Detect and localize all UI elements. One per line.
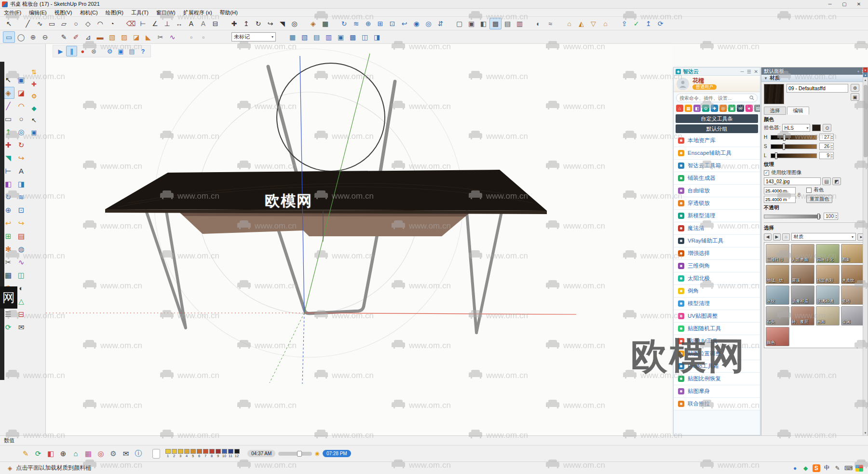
- z-tools-button[interactable]: ⚙: [702, 105, 709, 112]
- material-category[interactable]: 画布: [816, 306, 840, 325]
- texture-height-input[interactable]: [764, 196, 796, 203]
- plugin-item-19[interactable]: Fredo工具箱: [674, 360, 760, 373]
- updown-plugin-button[interactable]: ⇅: [29, 68, 39, 77]
- plugin-item-2[interactable]: Enscape辅助工具: [674, 147, 760, 160]
- front-view-button[interactable]: ⌂: [563, 18, 575, 29]
- material-category[interactable]: 玻璃和镜: [816, 285, 840, 305]
- render-help-button[interactable]: ?: [137, 46, 149, 56]
- refresh-tool-button[interactable]: ⟳: [2, 321, 14, 333]
- orbit-button[interactable]: ↻: [338, 18, 350, 29]
- material-category[interactable]: 石头: [766, 306, 789, 325]
- plugin-search-input[interactable]: [679, 95, 749, 101]
- component-e-button[interactable]: ▣: [335, 31, 347, 43]
- sync-button[interactable]: ⟳: [654, 18, 666, 29]
- section-tool-button[interactable]: ⊟: [15, 308, 27, 320]
- slider-value-box-S[interactable]: 26▴▾: [819, 143, 834, 150]
- menu-item-9[interactable]: 帮助(H): [216, 9, 242, 16]
- iso-view-button[interactable]: ◭: [575, 18, 587, 29]
- menu-item-8[interactable]: 扩展程序 (x): [179, 9, 216, 16]
- record-button[interactable]: ●: [77, 46, 88, 56]
- material-category[interactable]: 颜色: [766, 327, 789, 346]
- rotated-rectangle-button[interactable]: ▱: [58, 18, 70, 29]
- settings-tool-button[interactable]: ⚙: [2, 282, 14, 294]
- default-group-header[interactable]: 默认分组: [676, 124, 758, 133]
- tray-collapse-icon[interactable]: ▾: [863, 72, 868, 77]
- z-mail-button[interactable]: ✉: [737, 105, 744, 112]
- scene-swatch-10[interactable]: 10: [221, 449, 227, 458]
- minimize-button[interactable]: ─: [823, 0, 837, 8]
- mini-b-button[interactable]: ▫: [197, 31, 209, 43]
- tray-close-icon[interactable]: ✕: [863, 68, 868, 72]
- slider-L[interactable]: [771, 153, 817, 158]
- select-button[interactable]: ↖: [3, 18, 15, 29]
- target-picker-button[interactable]: ◎: [95, 448, 106, 459]
- pause-button[interactable]: ∥: [66, 46, 77, 56]
- shield-tray-icon[interactable]: ◆: [802, 464, 810, 472]
- xray-style-button[interactable]: ▥: [514, 18, 526, 29]
- rectangle-button[interactable]: ▭: [46, 18, 58, 29]
- use-texture-checkbox[interactable]: ✓: [764, 170, 769, 176]
- scene-swatch-6[interactable]: 6: [196, 449, 202, 458]
- move-tool-button[interactable]: ✚: [2, 139, 14, 151]
- material-category[interactable]: 图案: [841, 244, 865, 263]
- axes-button[interactable]: ⊥: [161, 18, 173, 29]
- circle-button[interactable]: ○: [70, 18, 82, 29]
- mail-tool-button[interactable]: ✉: [15, 321, 27, 333]
- model-viewport[interactable]: ▶∥●⊗⚙▣▤?: [46, 44, 673, 435]
- time-start-pill[interactable]: 04:37 AM: [247, 450, 275, 457]
- material-category[interactable]: 地毯、纺: [766, 265, 789, 284]
- menu-item-4[interactable]: 相机(C): [76, 9, 101, 16]
- component-d-button[interactable]: ▥: [323, 31, 335, 43]
- material-category[interactable]: 瓷砖: [841, 285, 865, 305]
- maximize-button[interactable]: ▢: [837, 0, 852, 8]
- magnet-tool-button[interactable]: ◍: [15, 243, 27, 255]
- z-plus-button[interactable]: ✚: [711, 105, 718, 112]
- z-layers-button[interactable]: ▤: [754, 105, 760, 112]
- materials-section-bar[interactable]: ▼ 材质: [761, 75, 868, 82]
- spinner-arrows-icon[interactable]: ▴▾: [830, 144, 833, 149]
- cursor-plugin-button[interactable]: ↖: [29, 116, 39, 125]
- zoom-tool-button[interactable]: ⊕: [2, 204, 14, 216]
- texture-file-input[interactable]: [764, 177, 821, 185]
- plugin-item-11[interactable]: 三维倒角: [674, 260, 760, 272]
- slider-value-box-L[interactable]: 9▴▾: [819, 152, 834, 159]
- opacity-value-box[interactable]: 100 ▴▾: [824, 213, 838, 220]
- layers-tool-button[interactable]: ☰: [2, 308, 14, 320]
- forward-arrow-icon[interactable]: ▶: [773, 233, 781, 241]
- scene-swatch-8[interactable]: 8: [209, 449, 215, 458]
- push-pull-tool-button[interactable]: ↥: [2, 126, 14, 138]
- scene-swatch-2[interactable]: 2: [171, 449, 177, 458]
- zhida-close-button[interactable]: ✕: [754, 69, 758, 74]
- render-queue-button[interactable]: ▤: [126, 46, 137, 56]
- select-subtract-button[interactable]: ⊖: [39, 31, 51, 43]
- close-button[interactable]: ✕: [852, 0, 866, 8]
- paint-bucket-tool-button[interactable]: ◈: [2, 87, 14, 99]
- component-b-button[interactable]: ▧: [298, 31, 311, 43]
- material-category[interactable]: 沥青和混: [791, 285, 814, 305]
- component-g-button[interactable]: ◫: [359, 31, 371, 43]
- arc-button[interactable]: ◠: [94, 18, 106, 29]
- plugin-item-1[interactable]: 本地资产库: [674, 135, 760, 147]
- rectangle-tool-button[interactable]: ▭: [2, 113, 14, 125]
- z-dot-button[interactable]: ●: [746, 105, 753, 112]
- component-tool-button[interactable]: ▦: [2, 269, 14, 281]
- plugin-item-12[interactable]: 太阳北极: [674, 272, 760, 285]
- texture-width-input[interactable]: [764, 187, 796, 194]
- add-plugin-button[interactable]: ✚: [29, 80, 39, 89]
- colorize-checkbox[interactable]: [806, 188, 812, 193]
- protractor-button[interactable]: ∠: [149, 18, 161, 29]
- material-category[interactable]: 指定色彩: [816, 265, 840, 284]
- material-category[interactable]: 木质纹: [841, 265, 865, 284]
- orbit-tool-button[interactable]: ↻: [2, 191, 14, 203]
- back-arrow-icon[interactable]: ◀: [764, 233, 772, 241]
- arc-tool-button[interactable]: ◠: [15, 100, 27, 112]
- face-up-button[interactable]: ▧: [106, 31, 118, 43]
- collection-dropdown[interactable]: 材质 ▾: [791, 233, 856, 241]
- picker-dropdown[interactable]: HLS ▾: [782, 124, 810, 132]
- polygon-button[interactable]: ◇: [82, 18, 94, 29]
- scale-tool-button[interactable]: ◥: [2, 152, 14, 164]
- material-category[interactable]: 砖、覆层: [791, 306, 814, 325]
- stop-button[interactable]: ⊗: [88, 46, 99, 56]
- material-category[interactable]: 园林绿化: [816, 244, 840, 263]
- scene-swatch-1[interactable]: 1: [165, 449, 171, 458]
